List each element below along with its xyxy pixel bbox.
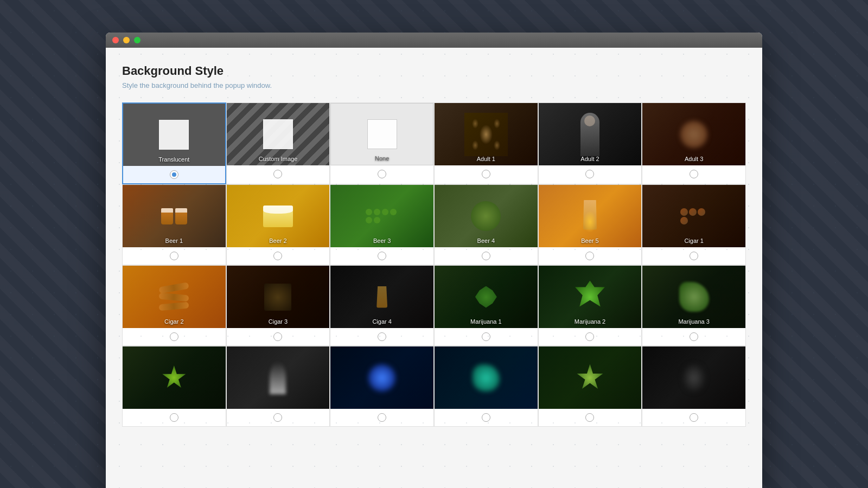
radio-beer4[interactable] xyxy=(482,252,490,260)
grid-item-adult3[interactable]: Adult 3 xyxy=(642,102,746,184)
radio-area-beer2[interactable] xyxy=(227,247,330,265)
radio-area-none[interactable] xyxy=(330,165,433,183)
close-button[interactable] xyxy=(112,37,119,43)
radio-cigar1[interactable] xyxy=(690,252,698,260)
radio-marijuana3[interactable] xyxy=(690,332,698,341)
page-title: Background Style xyxy=(122,64,746,78)
grid-item-cigar4[interactable]: Cigar 4 xyxy=(330,265,434,346)
radio-adult2[interactable] xyxy=(585,170,594,178)
radio-marijuana2[interactable] xyxy=(585,332,594,341)
radio-adult1[interactable] xyxy=(482,170,490,178)
radio-row4e[interactable] xyxy=(585,413,594,422)
radio-area-row4b[interactable] xyxy=(227,409,330,426)
radio-area-cigar1[interactable] xyxy=(642,247,745,265)
grid-item-row4c[interactable] xyxy=(330,346,434,427)
label-beer3: Beer 3 xyxy=(330,237,433,244)
radio-area-row4e[interactable] xyxy=(539,409,642,426)
image-cigar3: Cigar 3 xyxy=(227,266,330,328)
radio-beer1[interactable] xyxy=(170,252,178,260)
radio-area-marijuana3[interactable] xyxy=(642,328,745,345)
radio-cigar4[interactable] xyxy=(378,332,386,341)
grid-item-beer1[interactable]: Beer 1 xyxy=(122,184,226,265)
radio-marijuana1[interactable] xyxy=(482,332,490,341)
label-adult2: Adult 2 xyxy=(539,156,642,162)
radio-area-row4a[interactable] xyxy=(123,409,226,426)
radio-area-adult1[interactable] xyxy=(435,165,538,183)
grid-item-cigar1[interactable]: Cigar 1 xyxy=(642,184,746,265)
cigar1-decoration xyxy=(680,208,707,224)
radio-area-beer3[interactable] xyxy=(330,247,433,265)
label-marijuana2: Marijuana 2 xyxy=(539,318,642,325)
grid-item-marijuana2[interactable]: Marijuana 2 xyxy=(538,265,642,346)
radio-area-beer1[interactable] xyxy=(123,247,226,265)
radio-row4c[interactable] xyxy=(378,413,386,422)
grid-item-marijuana1[interactable]: Marijuana 1 xyxy=(434,265,538,346)
radio-row4f[interactable] xyxy=(690,413,698,422)
image-cigar1: Cigar 1 xyxy=(642,185,745,247)
radio-area-custom[interactable] xyxy=(227,165,330,183)
grid-item-adult2[interactable]: Adult 2 xyxy=(538,102,642,184)
maximize-button[interactable] xyxy=(134,37,141,43)
cigar4-decoration xyxy=(376,286,387,308)
radio-custom[interactable] xyxy=(273,170,282,178)
radio-area-marijuana1[interactable] xyxy=(435,328,538,345)
radio-area-marijuana2[interactable] xyxy=(539,328,642,345)
radio-area-adult2[interactable] xyxy=(539,165,642,183)
grid-item-cigar2[interactable]: Cigar 2 xyxy=(122,265,226,346)
radio-beer2[interactable] xyxy=(273,252,282,260)
radio-row4a[interactable] xyxy=(170,413,178,422)
radio-row4d[interactable] xyxy=(482,413,490,422)
grid-item-beer4[interactable]: Beer 4 xyxy=(434,184,538,265)
grid-item-beer5[interactable]: Beer 5 xyxy=(538,184,642,265)
grid-item-row4e[interactable] xyxy=(538,346,642,427)
beer3-decoration xyxy=(366,209,398,223)
radio-area-translucent[interactable] xyxy=(123,166,225,183)
image-marijuana3: Marijuana 3 xyxy=(642,266,745,328)
image-row4b xyxy=(227,346,330,409)
grid-item-beer3[interactable]: Beer 3 xyxy=(330,184,434,265)
label-marijuana1: Marijuana 1 xyxy=(435,318,538,325)
grid-item-cigar3[interactable]: Cigar 3 xyxy=(226,265,330,346)
radio-adult3[interactable] xyxy=(690,170,698,178)
custom-preview xyxy=(263,119,293,149)
grid-item-row4d[interactable] xyxy=(434,346,538,427)
label-custom: Custom Image xyxy=(227,156,330,162)
grid-item-marijuana3[interactable]: Marijuana 3 xyxy=(642,265,746,346)
radio-area-row4f[interactable] xyxy=(642,409,745,426)
radio-area-beer4[interactable] xyxy=(435,247,538,265)
grid-item-none[interactable]: None xyxy=(330,102,434,184)
radio-translucent[interactable] xyxy=(170,170,178,179)
grid-item-row4a[interactable] xyxy=(122,346,226,427)
radio-area-cigar2[interactable] xyxy=(123,328,226,345)
image-row4d xyxy=(435,346,538,409)
radio-area-beer5[interactable] xyxy=(539,247,642,265)
label-cigar4: Cigar 4 xyxy=(330,318,433,325)
minimize-button[interactable] xyxy=(123,37,130,43)
radio-cigar3[interactable] xyxy=(273,332,282,341)
radio-area-cigar3[interactable] xyxy=(227,328,330,345)
radio-cigar2[interactable] xyxy=(170,332,178,341)
image-custom: Custom Image xyxy=(227,103,330,165)
row4c-decoration xyxy=(368,364,395,391)
image-cigar4: Cigar 4 xyxy=(330,266,433,328)
radio-row4b[interactable] xyxy=(273,413,282,422)
radio-beer5[interactable] xyxy=(585,252,594,260)
radio-none[interactable] xyxy=(378,170,386,178)
grid-item-row4b[interactable] xyxy=(226,346,330,427)
grid-item-custom-image[interactable]: Custom Image xyxy=(226,102,330,184)
row4d-decoration xyxy=(473,364,500,391)
grid-item-beer2[interactable]: Beer 2 xyxy=(226,184,330,265)
label-beer1: Beer 1 xyxy=(123,237,226,244)
grid-item-row4f[interactable] xyxy=(642,346,746,427)
label-none: None xyxy=(331,155,433,162)
radio-area-adult3[interactable] xyxy=(642,165,745,183)
grid-item-translucent[interactable]: Translucent xyxy=(122,102,226,184)
grid-item-adult1[interactable]: Adult 1 xyxy=(434,102,538,184)
radio-area-row4c[interactable] xyxy=(330,409,433,426)
radio-beer3[interactable] xyxy=(378,252,386,260)
radio-area-row4d[interactable] xyxy=(435,409,538,426)
image-translucent: Translucent xyxy=(123,104,225,166)
image-beer3: Beer 3 xyxy=(330,185,433,247)
background-grid: Translucent Custom Image xyxy=(122,102,746,427)
radio-area-cigar4[interactable] xyxy=(330,328,433,345)
